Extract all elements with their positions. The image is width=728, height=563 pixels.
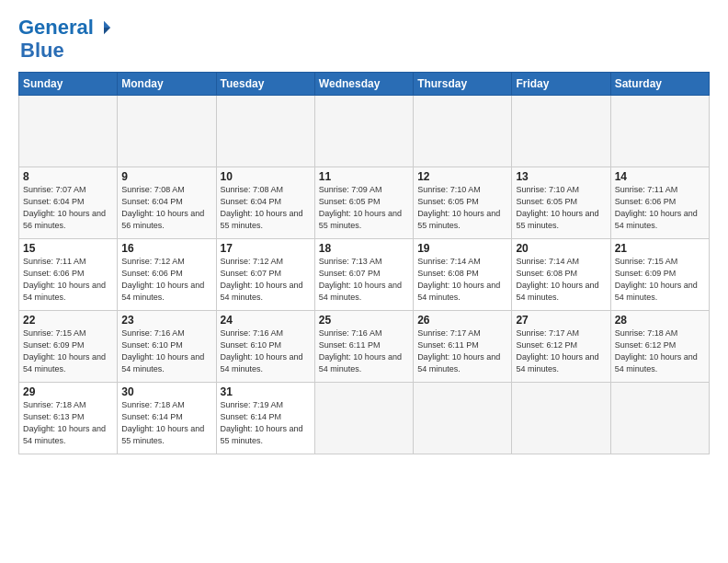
day-info: Sunrise: 7:18 AMSunset: 6:12 PMDaylight:… [615,328,698,373]
day-number: 15 [23,242,113,255]
calendar-cell: 9 Sunrise: 7:08 AMSunset: 6:04 PMDayligh… [118,167,216,239]
day-number: 23 [121,314,211,327]
week-row-1 [19,96,710,167]
day-info: Sunrise: 7:18 AMSunset: 6:13 PMDaylight:… [23,400,106,445]
week-row-2: 8 Sunrise: 7:07 AMSunset: 6:04 PMDayligh… [19,167,710,239]
calendar-cell: 28 Sunrise: 7:18 AMSunset: 6:12 PMDaylig… [610,311,709,383]
svg-marker-1 [104,28,110,34]
col-header-monday: Monday [118,73,216,96]
calendar-cell: 19 Sunrise: 7:14 AMSunset: 6:08 PMDaylig… [414,239,512,311]
col-header-tuesday: Tuesday [216,73,314,96]
logo-blue: Blue [20,39,64,63]
calendar-cell: 27 Sunrise: 7:17 AMSunset: 6:12 PMDaylig… [512,311,610,383]
day-info: Sunrise: 7:12 AMSunset: 6:07 PMDaylight:… [221,257,303,302]
day-number: 19 [417,242,507,255]
calendar-cell [216,96,314,167]
day-number: 27 [516,314,606,327]
day-number: 25 [319,314,409,327]
calendar-cell: 21 Sunrise: 7:15 AMSunset: 6:09 PMDaylig… [610,239,709,311]
day-number: 11 [319,170,409,183]
day-info: Sunrise: 7:12 AMSunset: 6:06 PMDaylight:… [121,257,204,302]
day-number: 21 [615,242,705,255]
day-number: 10 [221,170,311,183]
calendar-cell [512,383,610,454]
day-info: Sunrise: 7:11 AMSunset: 6:06 PMDaylight:… [615,185,698,230]
day-number: 22 [23,314,113,327]
calendar-cell: 10 Sunrise: 7:08 AMSunset: 6:04 PMDaylig… [216,167,314,239]
logo-icon [96,19,112,36]
calendar-cell [610,383,709,454]
calendar-cell: 31 Sunrise: 7:19 AMSunset: 6:14 PMDaylig… [216,383,314,454]
calendar-cell: 25 Sunrise: 7:16 AMSunset: 6:11 PMDaylig… [314,311,413,383]
calendar-cell: 12 Sunrise: 7:10 AMSunset: 6:05 PMDaylig… [414,167,512,239]
page: General Blue SundayMondayTuesdayWednesda… [0,0,728,563]
calendar-cell: 30 Sunrise: 7:18 AMSunset: 6:14 PMDaylig… [118,383,216,454]
day-info: Sunrise: 7:10 AMSunset: 6:05 PMDaylight:… [417,185,500,230]
day-number: 8 [23,170,113,183]
day-info: Sunrise: 7:08 AMSunset: 6:04 PMDaylight:… [121,185,204,230]
day-info: Sunrise: 7:17 AMSunset: 6:12 PMDaylight:… [516,328,598,373]
calendar-cell: 14 Sunrise: 7:11 AMSunset: 6:06 PMDaylig… [610,167,709,239]
day-info: Sunrise: 7:19 AMSunset: 6:14 PMDaylight:… [221,400,303,445]
calendar-cell: 13 Sunrise: 7:10 AMSunset: 6:05 PMDaylig… [512,167,610,239]
day-info: Sunrise: 7:13 AMSunset: 6:07 PMDaylight:… [319,257,402,302]
calendar-cell: 16 Sunrise: 7:12 AMSunset: 6:06 PMDaylig… [118,239,216,311]
calendar-cell: 11 Sunrise: 7:09 AMSunset: 6:05 PMDaylig… [314,167,413,239]
calendar-cell [414,96,512,167]
logo: General Blue [18,17,112,63]
calendar-cell: 20 Sunrise: 7:14 AMSunset: 6:08 PMDaylig… [512,239,610,311]
day-info: Sunrise: 7:16 AMSunset: 6:10 PMDaylight:… [121,328,204,373]
week-row-4: 22 Sunrise: 7:15 AMSunset: 6:09 PMDaylig… [19,311,710,383]
day-number: 16 [121,242,211,255]
day-number: 20 [516,242,606,255]
col-header-wednesday: Wednesday [314,73,413,96]
day-info: Sunrise: 7:18 AMSunset: 6:14 PMDaylight:… [121,400,204,445]
day-number: 30 [121,385,211,398]
day-info: Sunrise: 7:07 AMSunset: 6:04 PMDaylight:… [23,185,106,230]
calendar-cell: 24 Sunrise: 7:16 AMSunset: 6:10 PMDaylig… [216,311,314,383]
day-number: 18 [319,242,409,255]
day-info: Sunrise: 7:15 AMSunset: 6:09 PMDaylight:… [23,328,106,373]
calendar-cell: 15 Sunrise: 7:11 AMSunset: 6:06 PMDaylig… [19,239,118,311]
calendar-cell: 26 Sunrise: 7:17 AMSunset: 6:11 PMDaylig… [414,311,512,383]
day-number: 28 [615,314,705,327]
day-info: Sunrise: 7:09 AMSunset: 6:05 PMDaylight:… [319,185,402,230]
calendar-cell: 22 Sunrise: 7:15 AMSunset: 6:09 PMDaylig… [19,311,118,383]
calendar-cell [19,96,118,167]
calendar-cell: 29 Sunrise: 7:18 AMSunset: 6:13 PMDaylig… [19,383,118,454]
day-info: Sunrise: 7:14 AMSunset: 6:08 PMDaylight:… [417,257,500,302]
logo-text: General [18,17,94,39]
calendar-cell: 23 Sunrise: 7:16 AMSunset: 6:10 PMDaylig… [118,311,216,383]
day-info: Sunrise: 7:11 AMSunset: 6:06 PMDaylight:… [23,257,106,302]
day-info: Sunrise: 7:16 AMSunset: 6:11 PMDaylight:… [319,328,402,373]
day-number: 29 [23,385,113,398]
calendar-cell [512,96,610,167]
col-header-thursday: Thursday [414,73,512,96]
day-number: 14 [615,170,705,183]
day-number: 24 [221,314,311,327]
week-row-3: 15 Sunrise: 7:11 AMSunset: 6:06 PMDaylig… [19,239,710,311]
header-row: SundayMondayTuesdayWednesdayThursdayFrid… [19,73,710,96]
day-info: Sunrise: 7:08 AMSunset: 6:04 PMDaylight:… [221,185,303,230]
day-number: 9 [121,170,211,183]
day-info: Sunrise: 7:15 AMSunset: 6:09 PMDaylight:… [615,257,698,302]
day-info: Sunrise: 7:10 AMSunset: 6:05 PMDaylight:… [516,185,598,230]
day-number: 31 [221,385,311,398]
calendar-cell [314,96,413,167]
header: General Blue [18,17,710,63]
day-info: Sunrise: 7:16 AMSunset: 6:10 PMDaylight:… [221,328,303,373]
col-header-friday: Friday [512,73,610,96]
calendar-cell: 18 Sunrise: 7:13 AMSunset: 6:07 PMDaylig… [314,239,413,311]
calendar-cell [314,383,413,454]
week-row-5: 29 Sunrise: 7:18 AMSunset: 6:13 PMDaylig… [19,383,710,454]
calendar-table: SundayMondayTuesdayWednesdayThursdayFrid… [18,72,710,454]
calendar-cell [610,96,709,167]
svg-marker-0 [104,21,110,28]
calendar-cell: 8 Sunrise: 7:07 AMSunset: 6:04 PMDayligh… [19,167,118,239]
day-number: 12 [417,170,507,183]
col-header-saturday: Saturday [610,73,709,96]
day-number: 26 [417,314,507,327]
day-info: Sunrise: 7:17 AMSunset: 6:11 PMDaylight:… [417,328,500,373]
day-number: 13 [516,170,606,183]
day-number: 17 [221,242,311,255]
